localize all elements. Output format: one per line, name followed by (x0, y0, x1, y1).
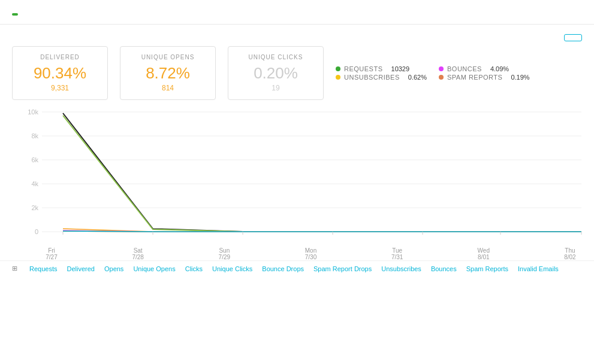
legend-item-value: 4.09% (490, 65, 509, 72)
stat-card-unique-clicks: UNIQUE CLICKS 0.20% 19 (228, 46, 324, 100)
stat-value: 0.20% (246, 64, 305, 83)
bottom-legend-item-spam-reports[interactable]: Spam Reports (462, 265, 513, 272)
svg-text:8k: 8k (31, 132, 38, 139)
xaxis-fri: Fri7/27 (40, 247, 64, 260)
bottom-legend-item-unique-opens[interactable]: Unique Opens (128, 265, 180, 272)
legend-dot (439, 66, 444, 71)
filters-button[interactable]: ⊞ (12, 265, 20, 272)
legend-dot (336, 75, 340, 80)
svg-text:10k: 10k (28, 108, 38, 116)
legend-item-unsubscribes: UNSUBSCRIBES 0.62% (336, 74, 427, 81)
xaxis-thu: Thu8/02 (558, 247, 582, 260)
stat-card-delivered: DELIVERED 90.34% 9,331 (12, 46, 108, 100)
xaxis-wed: Wed8/01 (472, 247, 496, 260)
legend-item-bounces: BOUNCES 4.09% (439, 65, 530, 72)
stat-label: UNIQUE CLICKS (246, 54, 305, 60)
bottom-legend-item-bounce-drops[interactable]: Bounce Drops (257, 265, 309, 272)
export-csv-button[interactable] (564, 34, 582, 41)
legend-item-spam-reports: SPAM REPORTS 0.19% (439, 74, 530, 81)
bottom-legend-item-requests[interactable]: Requests (25, 265, 62, 272)
legend-item-value: 0.19% (511, 74, 529, 81)
stat-sub: 19 (246, 84, 305, 92)
chart-area: 10k 8k 6k 4k 2k 0 (0, 106, 594, 260)
legend-item-value: 10329 (391, 65, 410, 72)
legend-item-value: 0.62% (408, 74, 427, 81)
stat-label: UNIQUE OPENS (138, 54, 197, 60)
bottom-legend-item-clicks[interactable]: Clicks (180, 265, 207, 272)
bottom-legend-item-invalid-emails[interactable]: Invalid Emails (513, 265, 563, 272)
xaxis-sat: Sat7/28 (126, 247, 150, 260)
bottom-legend-item-opens[interactable]: Opens (99, 265, 128, 272)
stat-sub: 814 (138, 84, 197, 92)
bottom-legend-item-delivered[interactable]: Delivered (62, 265, 99, 272)
bottom-legend-item-spam-report-drops[interactable]: Spam Report Drops (309, 265, 376, 272)
chart-svg: 10k 8k 6k 4k 2k 0 (12, 106, 582, 250)
stats-row: DELIVERED 90.34% 9,331 UNIQUE OPENS 8.72… (0, 46, 594, 100)
svg-text:2k: 2k (31, 204, 38, 211)
sent-badge (12, 13, 18, 16)
toolbar (0, 29, 594, 46)
legend-item-label: UNSUBSCRIBES (344, 74, 400, 81)
svg-text:4k: 4k (31, 180, 38, 187)
svg-text:0: 0 (35, 228, 38, 235)
legend-item-label: BOUNCES (447, 65, 482, 72)
legend-dot (336, 66, 340, 71)
page-header (0, 0, 594, 19)
bottom-legend-item-bounces[interactable]: Bounces (426, 265, 462, 272)
bottom-legend-item-unsubscribes[interactable]: Unsubscribes (376, 265, 426, 272)
bottom-legend-items: RequestsDeliveredOpensUnique OpensClicks… (25, 265, 563, 272)
header-divider (0, 24, 594, 25)
legend-item-label: REQUESTS (344, 65, 383, 72)
svg-text:6k: 6k (31, 156, 38, 163)
stat-sub: 9,331 (31, 84, 89, 92)
stat-label: DELIVERED (31, 54, 89, 60)
stat-value: 90.34% (31, 64, 89, 83)
xaxis-sun: Sun7/29 (212, 247, 236, 260)
stat-card-unique-opens: UNIQUE OPENS 8.72% 814 (120, 46, 216, 100)
legend-dot (439, 75, 444, 80)
legend-item-label: SPAM REPORTS (447, 74, 502, 81)
legend: REQUESTS 10329 BOUNCES 4.09% UNSUBSCRIBE… (336, 65, 530, 81)
xaxis-tue: Tue7/31 (385, 247, 409, 260)
stat-cards: DELIVERED 90.34% 9,331 UNIQUE OPENS 8.72… (12, 46, 324, 100)
subtitle-row (12, 13, 582, 16)
filter-icon: ⊞ (12, 265, 17, 272)
bottom-legend-item-unique-clicks[interactable]: Unique Clicks (207, 265, 257, 272)
stat-value: 8.72% (138, 64, 197, 83)
xaxis-mon: Mon7/30 (298, 247, 322, 260)
legend-item-requests: REQUESTS 10329 (336, 65, 427, 72)
bottom-legend-bar: ⊞ RequestsDeliveredOpensUnique OpensClic… (0, 260, 594, 276)
